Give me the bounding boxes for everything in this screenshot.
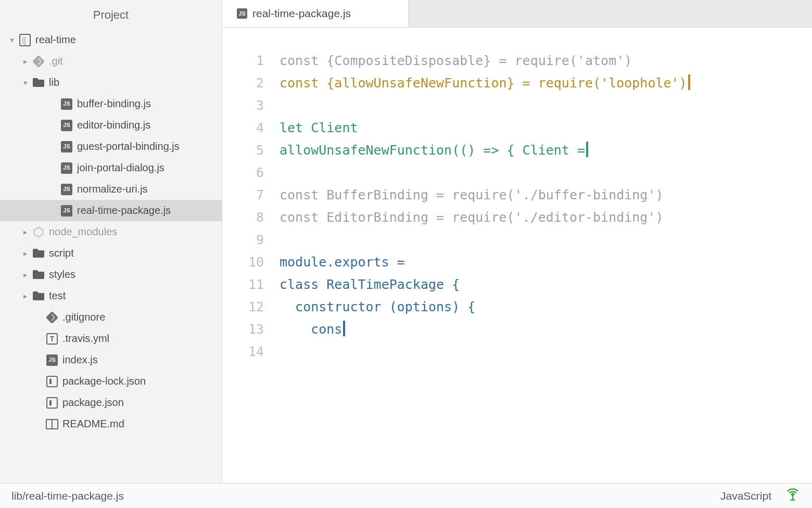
line-number[interactable]: 1 (222, 49, 264, 72)
gutter: 1234567891011121314 (222, 49, 280, 483)
tree-item-label: real-time-package.js (77, 205, 171, 217)
tree-item-git[interactable]: ▸.git (0, 50, 222, 72)
line-number[interactable]: 6 (222, 161, 264, 184)
tree-item-test[interactable]: ▸test (0, 285, 222, 307)
line-number[interactable]: 4 (222, 117, 264, 139)
code-line[interactable]: constructor (options) { (280, 296, 812, 318)
tree-item-label: .gitignore (62, 311, 105, 323)
svg-marker-0 (34, 227, 43, 236)
json-file-icon (45, 397, 59, 409)
code-line[interactable]: module.exports = (280, 251, 812, 273)
tree-item-rtpkg[interactable]: ▸real-time-package.js (0, 200, 222, 221)
remote-cursor (343, 321, 345, 336)
line-number[interactable]: 8 (222, 206, 264, 228)
tree-item-guest[interactable]: ▸guest-portal-binding.js (0, 136, 222, 157)
status-path[interactable]: lib/real-time-package.js (11, 490, 124, 502)
tree-item-label: package-lock.json (62, 375, 146, 387)
code-line[interactable]: allowUnsafeNewFunction(() => { Client = (280, 139, 812, 161)
code-line[interactable]: const EditorBinding = require('./editor-… (280, 206, 812, 228)
tab-active[interactable]: real-time-package.js (222, 0, 409, 27)
js-file-icon (59, 184, 74, 195)
folder-icon (31, 270, 46, 279)
tree-item-styles[interactable]: ▸styles (0, 264, 222, 285)
project-tree: ▾ real-time ▸.git▾lib▸buffer-binding.js▸… (0, 29, 222, 483)
tree-item-label: join-portal-dialog.js (77, 162, 164, 174)
tree-item-label: styles (49, 269, 75, 281)
project-panel: Project ▾ real-time ▸.git▾lib▸buffer-bin… (0, 0, 222, 483)
tree-item-nodemod[interactable]: ▸node_modules (0, 221, 222, 243)
code-line[interactable] (280, 161, 812, 184)
line-number[interactable]: 3 (222, 94, 264, 117)
code-line[interactable] (280, 228, 812, 251)
line-number[interactable]: 14 (222, 340, 264, 363)
code-line[interactable]: const BufferBinding = require('./buffer-… (280, 184, 812, 206)
code-line[interactable] (280, 94, 812, 117)
line-number[interactable]: 5 (222, 139, 264, 161)
folder-icon (31, 249, 46, 258)
code-line[interactable]: let Client (280, 117, 812, 139)
chevron-right-icon[interactable]: ▸ (20, 57, 31, 66)
tree-root[interactable]: ▾ real-time (0, 29, 222, 50)
line-number[interactable]: 12 (222, 296, 264, 318)
chevron-right-icon[interactable]: ▸ (20, 227, 31, 237)
line-number[interactable]: 13 (222, 318, 264, 340)
folder-icon (31, 291, 46, 300)
code-line[interactable]: class RealTimePackage { (280, 273, 812, 296)
tree-item-join[interactable]: ▸join-portal-dialog.js (0, 157, 222, 179)
tree-item-index[interactable]: ▸index.js (0, 349, 222, 371)
line-number[interactable]: 7 (222, 184, 264, 206)
js-file-icon (59, 205, 74, 217)
tree-item-label: .git (49, 55, 63, 67)
chevron-right-icon[interactable]: ▸ (20, 291, 31, 301)
js-file-icon (237, 8, 247, 19)
editor-area: real-time-package.js 1234567891011121314… (222, 0, 812, 483)
tree-item-label: package.json (62, 397, 124, 409)
line-number[interactable]: 9 (222, 228, 264, 251)
tree-item-label: normalize-uri.js (77, 183, 148, 195)
tree-item-travis[interactable]: ▸.travis.yml (0, 328, 222, 349)
tree-item-label: lib (49, 77, 59, 88)
js-file-icon (59, 98, 74, 110)
tree-item-gitign[interactable]: ▸.gitignore (0, 307, 222, 328)
project-panel-title: Project (0, 0, 222, 29)
tree-item-label: index.js (62, 354, 98, 366)
code-line[interactable]: const {allowUnsafeNewFunction} = require… (280, 72, 812, 94)
git-icon (45, 312, 59, 323)
code-line[interactable] (280, 340, 812, 363)
tree-item-script[interactable]: ▸script (0, 243, 222, 264)
tree-item-pkglock[interactable]: ▸package-lock.json (0, 371, 222, 392)
line-number[interactable]: 10 (222, 251, 264, 273)
tree-item-label: editor-binding.js (77, 119, 150, 131)
tree-item-label: guest-portal-binding.js (77, 141, 180, 153)
git-icon (31, 56, 46, 67)
line-number[interactable]: 11 (222, 273, 264, 296)
chevron-down-icon[interactable]: ▾ (20, 78, 31, 87)
tree-item-label: buffer-binding.js (77, 98, 151, 110)
repo-icon (18, 34, 32, 46)
line-number[interactable]: 2 (222, 72, 264, 94)
status-language[interactable]: JavaScript (720, 490, 771, 502)
code-body[interactable]: const {CompositeDisposable} = require('a… (280, 49, 812, 483)
tree-item-norm[interactable]: ▸normalize-uri.js (0, 179, 222, 200)
teletype-antenna-icon[interactable] (785, 487, 801, 505)
chevron-down-icon: ▾ (6, 35, 18, 45)
tree-item-readme[interactable]: ▸README.md (0, 413, 222, 435)
js-file-icon (59, 120, 74, 131)
code-line[interactable]: const {CompositeDisposable} = require('a… (280, 49, 812, 72)
tree-item-label: test (49, 290, 66, 302)
code-line[interactable]: cons (280, 318, 812, 340)
folder-icon (31, 78, 46, 87)
tree-item-edbind[interactable]: ▸editor-binding.js (0, 115, 222, 136)
tree-item-bufbind[interactable]: ▸buffer-binding.js (0, 93, 222, 115)
chevron-right-icon[interactable]: ▸ (20, 270, 31, 280)
tree-item-lib[interactable]: ▾lib (0, 72, 222, 93)
code-editor[interactable]: 1234567891011121314 const {CompositeDisp… (222, 28, 812, 483)
book-icon (45, 419, 59, 429)
status-bar: lib/real-time-package.js JavaScript (0, 483, 812, 508)
tab-label: real-time-package.js (252, 7, 351, 20)
tree-item-pkg[interactable]: ▸package.json (0, 392, 222, 413)
tab-bar: real-time-package.js (222, 0, 812, 28)
chevron-right-icon[interactable]: ▸ (20, 249, 31, 258)
js-file-icon (59, 162, 74, 174)
tree-item-label: README.md (62, 418, 124, 430)
